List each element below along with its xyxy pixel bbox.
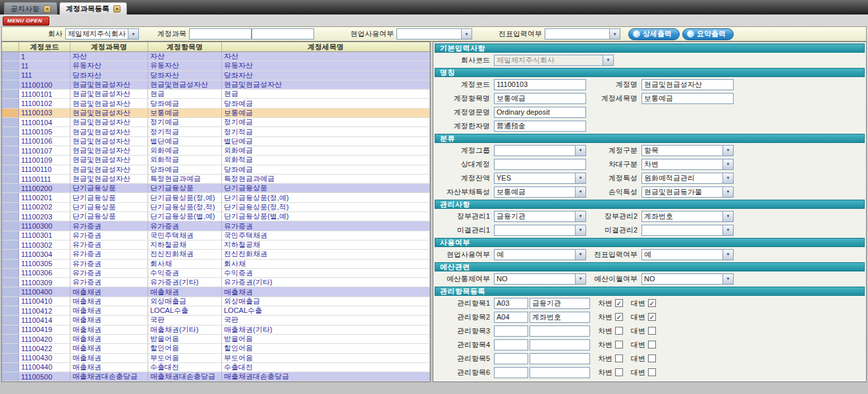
row-selector-gutter[interactable] — [2, 118, 19, 127]
row-selector-gutter[interactable] — [2, 127, 19, 136]
budget-control-select[interactable]: NO ▼ — [494, 273, 586, 285]
field-use-form-select[interactable]: 예 ▼ — [494, 249, 586, 260]
row-selector-gutter[interactable] — [2, 155, 19, 164]
profit-loss-trait-select[interactable]: 현금및현금등가물 ▼ — [641, 186, 734, 198]
chevron-down-icon[interactable]: ▼ — [575, 211, 585, 221]
credit-checkbox[interactable] — [648, 354, 656, 362]
table-row[interactable]: 11100410매출채권외상매출금외상매출금 — [2, 297, 430, 306]
credit-checkbox[interactable] — [648, 327, 656, 335]
table-row[interactable]: 11100107현금및현금성자산외화예금외화예금 — [2, 146, 430, 155]
table-row[interactable]: 11100103현금및현금성자산보통예금보통예금 — [2, 109, 430, 118]
table-row[interactable]: 11100306유가증권수익증권수익증권 — [2, 269, 430, 278]
mgmt-item3-name-input[interactable] — [529, 325, 590, 337]
credit-checkbox[interactable] — [648, 313, 656, 321]
table-row[interactable]: 11100106현금및현금성자산별단예금별단예금 — [2, 137, 430, 146]
detail-print-button[interactable]: 상세출력 — [628, 28, 680, 40]
row-selector-gutter[interactable] — [2, 146, 19, 155]
mgmt-item6-code-input[interactable] — [494, 367, 528, 378]
account-name-field[interactable]: 현금및현금성자산 — [641, 79, 734, 90]
row-selector-gutter[interactable] — [2, 278, 19, 287]
close-icon[interactable]: × — [113, 5, 121, 13]
table-row[interactable]: 1자산자산자산 — [2, 52, 430, 61]
account-balance-select[interactable]: YES ▼ — [494, 173, 586, 184]
row-selector-gutter[interactable] — [2, 71, 19, 80]
chevron-down-icon[interactable]: ▼ — [575, 173, 585, 183]
chevron-down-icon[interactable]: ▼ — [575, 225, 585, 235]
tab-notice[interactable]: 공지사항 × — [4, 2, 57, 14]
table-row[interactable]: 11100201단기금융상품단기금융상품(정,예)단기금융상품(정,예) — [2, 193, 430, 202]
row-selector-gutter[interactable] — [2, 250, 19, 258]
table-row[interactable]: 11100105현금및현금성자산정기적금정기적금 — [2, 127, 430, 136]
table-row[interactable]: 11100109현금및현금성자산외화적금외화적금 — [2, 155, 430, 165]
mgmt-item2-name-input[interactable]: 계좌번호 — [529, 312, 590, 323]
summary-print-button[interactable]: 요약출력 — [682, 28, 734, 40]
chevron-down-icon[interactable]: ▼ — [603, 55, 613, 65]
debit-checkbox[interactable] — [615, 299, 623, 307]
table-row[interactable]: 11100420매출채권받을어음받을어음 — [2, 335, 430, 344]
mgmt-item2-code-input[interactable]: A04 — [494, 312, 528, 323]
mgmt-item1-code-input[interactable]: A03 — [494, 298, 528, 309]
table-row[interactable]: 11100102현금및현금성자산당좌예금당좌예금 — [2, 99, 430, 108]
row-selector-gutter[interactable] — [2, 269, 19, 277]
debit-credit-division-select[interactable]: 차변 ▼ — [641, 159, 734, 170]
row-selector-gutter[interactable] — [2, 306, 19, 315]
account-name-input[interactable] — [252, 28, 314, 40]
table-row[interactable]: 111당좌자산당좌자산당좌자산 — [2, 71, 430, 80]
table-row[interactable]: 11100203단기금융상품단기금융상품(별,예)단기금융상품(별,예) — [2, 212, 430, 221]
chevron-down-icon[interactable]: ▼ — [722, 146, 733, 155]
chevron-down-icon[interactable]: ▼ — [575, 250, 585, 260]
mgmt-item6-name-input[interactable] — [529, 367, 590, 378]
mgmt-item4-name-input[interactable] — [529, 339, 590, 351]
row-selector-gutter[interactable] — [2, 287, 19, 296]
account-group-select[interactable]: ▼ — [494, 145, 586, 156]
col-header-account-name[interactable]: 계정과목명 — [70, 42, 148, 51]
chevron-down-icon[interactable]: ▼ — [722, 225, 733, 235]
row-selector-gutter[interactable] — [2, 80, 19, 89]
chevron-down-icon[interactable]: ▼ — [575, 187, 585, 197]
hanja-name-field[interactable]: 普通預金 — [494, 121, 586, 132]
budget-carryover-select[interactable]: NO ▼ — [641, 273, 734, 285]
table-row[interactable]: 11100309유가증권유가증권(기타)유가증권(기타) — [2, 278, 430, 287]
menu-open-button[interactable]: MENU OPEN — [3, 16, 49, 26]
debit-checkbox[interactable] — [615, 313, 623, 321]
chevron-down-icon[interactable]: ▼ — [609, 29, 620, 39]
credit-checkbox[interactable] — [648, 368, 656, 376]
mgmt-item1-name-input[interactable]: 금융기관 — [529, 298, 590, 309]
detail-name-field[interactable]: 보통예금 — [641, 93, 734, 104]
table-row[interactable]: 11100200단기금융상품단기금융상품단기금융상품 — [2, 184, 430, 193]
table-row[interactable]: 11100202단기금융상품단기금융상품(정,적)단기금융상품(정,적) — [2, 203, 430, 212]
table-row[interactable]: 11100440매출채권수출대전수출대전 — [2, 363, 430, 372]
chevron-down-icon[interactable]: ▼ — [722, 173, 733, 183]
table-row[interactable]: 11100305유가증권회사채회사채 — [2, 260, 430, 269]
row-selector-gutter[interactable] — [2, 260, 19, 268]
table-row[interactable]: 11100101현금및현금성자산현금현금 — [2, 90, 430, 99]
table-row[interactable]: 11100110현금및현금성자산당좌예금당좌예금 — [2, 165, 430, 175]
row-selector-gutter[interactable] — [2, 52, 19, 61]
table-row[interactable]: 11100430매출채권부도어음부도어음 — [2, 354, 430, 363]
col-header-item-name[interactable]: 계정항목명 — [148, 42, 222, 51]
table-row[interactable]: 11100304유가증권전신전화채권전신전화채권 — [2, 250, 430, 259]
close-icon[interactable]: × — [43, 5, 51, 13]
asset-liability-trait-select[interactable]: 보통예금 ▼ — [494, 186, 586, 198]
row-selector-gutter[interactable] — [2, 372, 19, 381]
table-row[interactable]: 11100414매출채권국판국판 — [2, 316, 430, 325]
table-row[interactable]: 11100104현금및현금성자산정기예금정기예금 — [2, 118, 430, 127]
row-selector-gutter[interactable] — [2, 335, 19, 343]
credit-checkbox[interactable] — [648, 341, 656, 349]
english-name-field[interactable]: Ordinary deposit — [494, 107, 586, 118]
chevron-down-icon[interactable]: ▼ — [722, 250, 733, 260]
chevron-down-icon[interactable]: ▼ — [722, 211, 733, 221]
row-selector-gutter[interactable] — [2, 297, 19, 306]
row-selector-gutter[interactable] — [2, 184, 19, 192]
slip-entry-select[interactable]: ▼ — [545, 28, 620, 40]
account-code-field[interactable]: 11100103 — [494, 79, 586, 90]
book-mgmt2-select[interactable]: 계좌번호 ▼ — [641, 211, 734, 222]
table-row[interactable]: 11100100현금및현금성자산현금및현금성자산현금및현금성자산 — [2, 80, 430, 90]
table-row[interactable]: 11100301유가증권국민주택채권국민주택채권 — [2, 231, 430, 240]
mgmt-item4-code-input[interactable] — [494, 339, 528, 351]
row-selector-gutter[interactable] — [2, 193, 19, 202]
row-selector-gutter[interactable] — [2, 325, 19, 334]
table-row[interactable]: 11100400매출채권매출채권매출채권 — [2, 287, 430, 296]
chevron-down-icon[interactable]: ▼ — [722, 274, 733, 284]
row-selector-gutter[interactable] — [2, 137, 19, 146]
